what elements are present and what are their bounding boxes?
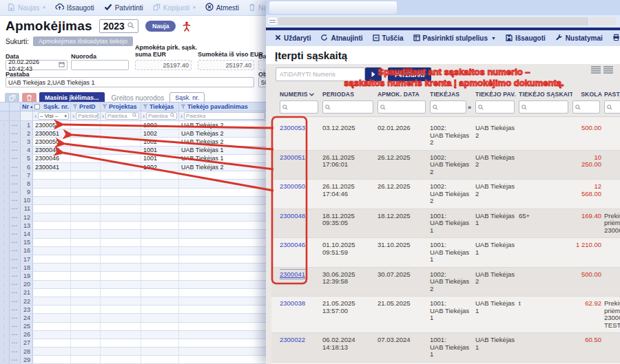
cell-pavadinimas[interactable] [179, 171, 267, 179]
invoice-row[interactable]: 2300050 26.11.2025 17:04:46 26.12.2025 1… [271, 180, 620, 209]
row-drag-handle[interactable]: ⋮ [0, 147, 10, 154]
col-tiekejo-saskaita[interactable]: TIEKĖJO SĄSKAITA [519, 88, 572, 100]
cell-sask-nr[interactable]: 2300053 [33, 121, 71, 129]
row-menu-button[interactable]: ••• [10, 331, 21, 339]
grid-row[interactable]: ⋮ ••• 6 2300041 1002 UAB Tiekėjas 2 [0, 163, 267, 171]
invoice-row[interactable]: 2300051 26.11.2025 17:06:01 26.12.2025 1… [271, 151, 620, 180]
cell-projektas[interactable] [101, 171, 141, 179]
cell-sask-nr[interactable] [33, 213, 71, 221]
cell-preid[interactable] [71, 331, 101, 339]
cell-preid[interactable] [71, 323, 101, 330]
close-button[interactable]: Uždaryti [270, 31, 316, 46]
cell-sask-nr[interactable] [33, 222, 71, 229]
row-menu-button[interactable]: ••• [10, 281, 21, 288]
cell-sask-nr[interactable] [33, 339, 71, 347]
cell-tiekejas[interactable] [141, 289, 179, 297]
cell-preid[interactable] [71, 138, 101, 145]
grid-row[interactable]: ⋮ ••• 20 [0, 281, 267, 289]
copy-button[interactable]: Kopijuoti ▾ [148, 0, 200, 15]
person-icon[interactable] [183, 21, 191, 32]
row-menu-button[interactable]: ••• [10, 230, 21, 237]
cell-projektas[interactable] [101, 306, 141, 313]
cell-pavadinimas[interactable]: UAB Tiekėjas 2 [179, 163, 267, 171]
cell-preid[interactable] [71, 289, 101, 297]
cell-tiekejas[interactable] [141, 247, 179, 255]
cell-sask-nr[interactable] [33, 306, 71, 313]
filter-preid[interactable]: ›Paieška [71, 111, 101, 120]
row-drag-handle[interactable]: ⋮ [0, 281, 10, 288]
cell-pavadinimas[interactable] [179, 331, 267, 339]
grid-row[interactable]: ⋮ ••• 25 [0, 323, 267, 331]
preview-button[interactable]: Peržiūrėti [388, 67, 431, 81]
cell-projektas[interactable] [101, 138, 141, 145]
cell-pavadinimas[interactable] [179, 247, 267, 255]
cell-preid[interactable] [71, 155, 101, 162]
grid-row[interactable]: ⋮ ••• 5 2300046 1001 UAB Tiekėjas 1 [0, 155, 267, 163]
cell-pavadinimas[interactable] [179, 213, 267, 221]
row-menu-button[interactable]: ••• [10, 347, 21, 355]
cell-pavadinimas[interactable] [179, 314, 267, 321]
cell-preid[interactable] [71, 247, 101, 255]
row-drag-handle[interactable]: ⋮ [0, 297, 10, 305]
save-button[interactable]: Išsaugoti [50, 0, 99, 15]
invoice-row[interactable]: 2300041 30.06.2025 12:39:58 30.07.2025 1… [271, 268, 620, 297]
cell-projektas[interactable] [101, 356, 141, 363]
cell-projektas[interactable] [101, 121, 141, 129]
row-drag-handle[interactable]: ⋮ [0, 255, 10, 263]
cell-pavadinimas[interactable] [179, 255, 267, 263]
cell-sask-nr[interactable] [33, 197, 71, 204]
invoice-number-link[interactable]: 2300022 [280, 336, 305, 343]
invoice-filter-cell[interactable] [280, 100, 322, 114]
nuoroda-input[interactable] [71, 60, 129, 70]
cell-preid[interactable] [71, 205, 101, 213]
invoice-number-link[interactable]: 2300048 [280, 212, 305, 220]
row-drag-handle[interactable]: ⋮ [0, 247, 10, 255]
cell-sask-nr[interactable] [33, 255, 71, 263]
cell-tiekejas[interactable] [141, 264, 179, 271]
cell-projektas[interactable] [101, 180, 141, 187]
cell-preid[interactable] [71, 306, 101, 313]
invoice-row[interactable]: 2300038 21.05.2025 13:57:00 21.05.2025 1… [271, 297, 620, 333]
cell-tiekejas[interactable] [141, 180, 179, 187]
cell-projektas[interactable] [101, 347, 141, 355]
cell-preid[interactable] [71, 163, 101, 171]
confirm-button[interactable]: Patvirtinti [99, 0, 148, 15]
col-header-projektas[interactable]: Projektas [101, 103, 141, 111]
cell-tiekejas[interactable] [141, 171, 179, 179]
row-drag-handle[interactable]: ⋮ [0, 205, 10, 213]
cell-preid[interactable] [71, 239, 101, 246]
invoice-filter-cell[interactable] [475, 100, 519, 114]
cell-preid[interactable] [71, 213, 101, 221]
cell-tiekejas[interactable]: 1002 [141, 163, 179, 171]
cell-sask-nr[interactable] [33, 323, 71, 330]
cell-preid[interactable] [71, 297, 101, 305]
cell-projektas[interactable] [101, 331, 141, 339]
row-drag-handle[interactable]: ⋮ [0, 230, 10, 237]
cell-tiekejas[interactable] [141, 314, 179, 321]
row-menu-button[interactable]: ••• [10, 155, 21, 162]
grid-row[interactable]: ⋮ ••• 16 [0, 247, 267, 255]
col-apmok-data[interactable]: APMOK. DATA [378, 88, 430, 100]
grid-row[interactable]: ⋮ ••• 21 [0, 289, 267, 297]
cell-pavadinimas[interactable]: UAB Tiekėjas 1 [179, 155, 267, 162]
invoice-number-link[interactable]: 2300051 [280, 153, 305, 161]
row-menu-button[interactable]: ••• [10, 171, 21, 179]
cell-sask-nr[interactable] [33, 180, 71, 187]
grid-row[interactable]: ⋮ ••• 10 [0, 197, 267, 205]
cell-sask-nr[interactable] [33, 314, 71, 321]
row-drag-handle[interactable]: ⋮ [0, 213, 10, 221]
empty-button[interactable]: Tuščia [368, 31, 409, 46]
cell-tiekejas[interactable] [141, 213, 179, 221]
grid-row[interactable]: ⋮ ••• 7 [0, 171, 267, 180]
row-menu-button[interactable]: ••• [10, 314, 21, 321]
cell-preid[interactable] [71, 272, 101, 279]
cell-pavadinimas[interactable]: UAB Tiekėjas 2 [179, 121, 267, 129]
grid-row[interactable]: ⋮ ••• 11 [0, 205, 267, 213]
row-menu-button[interactable]: ••• [10, 272, 21, 279]
cell-preid[interactable] [71, 347, 101, 355]
cell-sask-nr[interactable] [33, 347, 71, 355]
cell-tiekejas[interactable]: 1002 [141, 138, 179, 145]
cell-pavadinimas[interactable] [179, 180, 267, 187]
cell-tiekejas[interactable] [141, 356, 179, 363]
cell-projektas[interactable] [101, 255, 141, 263]
